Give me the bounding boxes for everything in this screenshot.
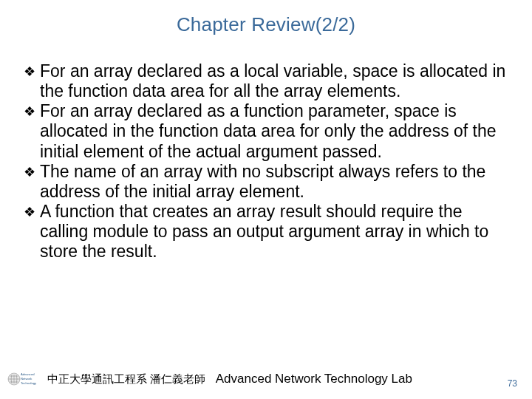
list-item: ❖ For an array declared as a local varia… [24, 61, 511, 101]
bullet-text: For an array declared as a local variabl… [40, 61, 511, 101]
svg-text:Network: Network [21, 377, 33, 381]
lab-logo-icon: Advanced Network Technology [7, 367, 40, 391]
svg-text:Technology: Technology [21, 381, 37, 385]
diamond-bullet-icon: ❖ [24, 104, 35, 120]
diamond-bullet-icon: ❖ [24, 64, 35, 80]
footer-chinese-text: 中正大學通訊工程系 潘仁義老師 [47, 372, 205, 386]
diamond-bullet-icon: ❖ [24, 205, 35, 220]
footer-lab-name: Advanced Network Technology Lab [216, 372, 412, 386]
list-item: ❖ The name of an array with no subscript… [24, 162, 511, 202]
list-item: ❖ A function that creates an array resul… [24, 202, 511, 262]
bullet-list: ❖ For an array declared as a local varia… [21, 61, 511, 262]
footer: Advanced Network Technology 中正大學通訊工程系 潘仁… [0, 365, 532, 393]
bullet-text: A function that creates an array result … [40, 202, 511, 262]
list-item: ❖ For an array declared as a function pa… [24, 101, 511, 161]
page-number: 73 [508, 378, 517, 389]
bullet-text: The name of an array with no subscript a… [40, 162, 511, 202]
svg-text:Advanced: Advanced [21, 372, 35, 376]
slide-title: Chapter Review(2/2) [21, 13, 511, 36]
slide: Chapter Review(2/2) ❖ For an array decla… [0, 0, 532, 399]
diamond-bullet-icon: ❖ [24, 165, 35, 180]
bullet-text: For an array declared as a function para… [40, 101, 511, 161]
